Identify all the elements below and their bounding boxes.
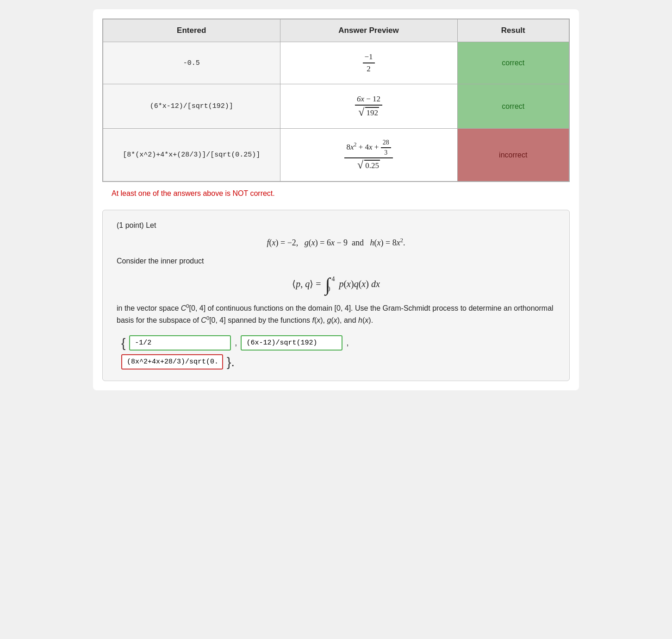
integral-symbol-wrap: ∫ 4 0 [325, 276, 330, 293]
entered-value-2: (6*x-12)/[sqrt(192)] [150, 102, 233, 110]
answer-inputs-row: { , , [117, 335, 555, 351]
sqrt-wrap-3: √ 0.25 [357, 159, 380, 170]
table-row: (6*x-12)/[sqrt(192)] 6x − 12 √ 192 [103, 84, 569, 129]
result-cell-3: incorrect [457, 129, 569, 182]
fraction-num-2: 6x − 12 [355, 94, 382, 106]
entered-value-1: -0.5 [183, 59, 200, 67]
table-row: -0.5 −1 2 correct [103, 42, 569, 84]
answer-table: Entered Answer Preview Result -0.5 −1 2 … [102, 19, 570, 182]
page-wrapper: Entered Answer Preview Result -0.5 −1 2 … [93, 9, 579, 390]
fraction-den-1: 2 [365, 63, 373, 74]
answer-input-3[interactable] [121, 354, 223, 370]
entered-cell-3: [8*(x^2)+4*x+(28/3)]/[sqrt(0.25)] [103, 129, 280, 182]
preview-cell-1: −1 2 [280, 42, 457, 84]
table-row: [8*(x^2)+4*x+(28/3)]/[sqrt(0.25)] 8x2 + … [103, 129, 569, 182]
result-cell-2: correct [457, 84, 569, 129]
fraction-2: 6x − 12 √ 192 [355, 94, 382, 118]
fraction-3: 8x2 + 4x + 28 3 √ 0.25 [344, 139, 392, 171]
problem-points: (1 point) Let [117, 221, 555, 230]
header-entered: Entered [103, 19, 280, 42]
comma-2: , [346, 338, 348, 348]
header-result: Result [457, 19, 569, 42]
warning-message: At least one of the answers above is NOT… [102, 182, 570, 205]
integral-lower: 0 [327, 286, 330, 293]
fraction-num-3: 8x2 + 4x + 28 3 [344, 139, 392, 158]
fraction-den-2: √ 192 [356, 106, 381, 118]
integral-display: ⟨p, q⟩ = ∫ 4 0 p(x)q(x) dx [117, 276, 555, 293]
answer-input-2[interactable] [241, 335, 342, 351]
sqrt-content-2: 192 [365, 107, 379, 118]
preview-cell-3: 8x2 + 4x + 28 3 √ 0.25 [280, 129, 457, 182]
answer-inputs-row-2: }. [117, 354, 555, 370]
open-brace: { [121, 336, 125, 351]
problem-box: (1 point) Let f(x) = −2, g(x) = 6x − 9 a… [102, 210, 570, 381]
header-preview: Answer Preview [280, 19, 457, 42]
inner-product-label: Consider the inner product [117, 255, 555, 267]
inner-frac: 28 3 [381, 139, 391, 157]
preview-cell-2: 6x − 12 √ 192 [280, 84, 457, 129]
answer-input-1[interactable] [129, 335, 231, 351]
result-label-1: correct [502, 59, 524, 67]
entered-cell-1: -0.5 [103, 42, 280, 84]
fraction-den-3: √ 0.25 [355, 158, 382, 171]
fraction-1: −1 2 [363, 52, 375, 74]
result-label-3: incorrect [499, 151, 527, 159]
integral-upper: 4 [331, 276, 335, 283]
problem-description: in the vector space C0[0, 4] of continuo… [117, 302, 555, 326]
entered-value-3: [8*(x^2)+4*x+(28/3)]/[sqrt(0.25)] [123, 151, 260, 159]
sqrt-wrap-2: √ 192 [358, 106, 379, 118]
result-cell-1: correct [457, 42, 569, 84]
comma-1: , [235, 338, 237, 348]
close-brace: }. [227, 355, 235, 370]
fraction-num-1: −1 [363, 52, 375, 63]
sqrt-symbol-3: √ [357, 159, 363, 170]
sqrt-content-3: 0.25 [364, 160, 380, 170]
sqrt-symbol-2: √ [358, 106, 364, 118]
functions-display: f(x) = −2, g(x) = 6x − 9 and h(x) = 8x2. [117, 237, 555, 248]
entered-cell-2: (6*x-12)/[sqrt(192)] [103, 84, 280, 129]
result-label-2: correct [502, 102, 524, 110]
